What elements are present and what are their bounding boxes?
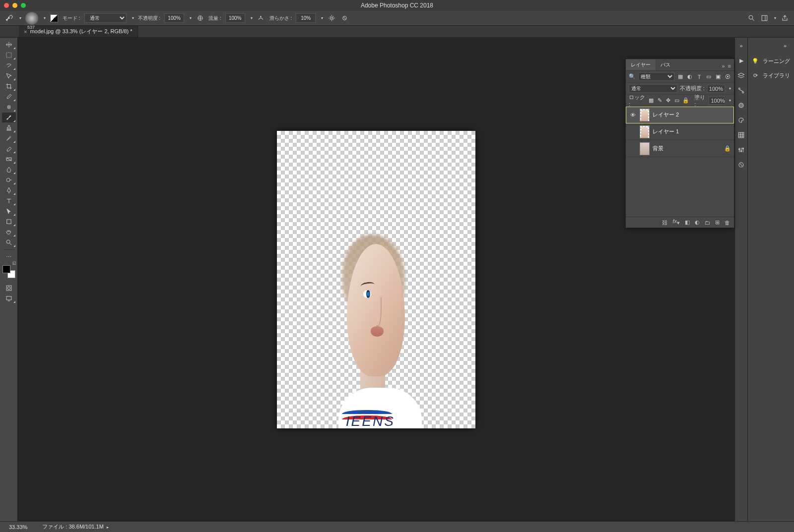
tab-layers[interactable]: レイヤー	[626, 59, 656, 70]
foreground-color-swatch[interactable]	[2, 265, 10, 273]
new-layer-icon[interactable]: ⊞	[715, 219, 720, 226]
tab-paths[interactable]: パス	[656, 59, 675, 70]
brush-picker-caret-icon[interactable]: ▾	[44, 16, 46, 20]
search-icon[interactable]	[747, 14, 756, 23]
paths-dock-icon[interactable]	[736, 85, 746, 95]
stamp-tool[interactable]	[2, 123, 16, 133]
minimize-window-icon[interactable]	[12, 3, 17, 8]
brush-panel-icon[interactable]	[50, 14, 59, 23]
actions-icon[interactable]: ▶	[736, 56, 746, 65]
zoom-tool[interactable]	[2, 237, 16, 247]
zoom-window-icon[interactable]	[21, 3, 26, 8]
layer-thumbnail[interactable]	[640, 125, 650, 138]
lock-all-icon[interactable]: 🔒	[682, 97, 689, 104]
brush-tool[interactable]	[2, 113, 16, 122]
screen-mode-icon[interactable]	[2, 294, 16, 303]
history-brush-tool[interactable]	[2, 133, 16, 143]
mode-caret-icon[interactable]: ▾	[132, 16, 134, 20]
fx-icon[interactable]: fx▾	[672, 218, 680, 226]
workspace-caret-icon[interactable]: ▾	[774, 16, 776, 20]
workspace-icon[interactable]	[760, 14, 769, 23]
close-window-icon[interactable]	[4, 3, 9, 8]
eyedropper-tool[interactable]	[2, 92, 16, 102]
smoothing-value[interactable]: 10%	[296, 13, 316, 23]
adjust-dock-icon[interactable]	[736, 145, 746, 155]
layer-blend-select[interactable]: 通常	[629, 84, 677, 93]
close-tab-icon[interactable]: ×	[24, 29, 27, 35]
path-select-tool[interactable]	[2, 206, 16, 216]
default-colors-icon[interactable]: ◱	[12, 261, 16, 265]
layer-opacity-value[interactable]: 100%	[707, 85, 725, 93]
brush-preview[interactable]: 537	[25, 12, 38, 25]
healing-tool[interactable]	[2, 102, 16, 112]
group-icon[interactable]: 🗀	[705, 220, 710, 226]
layer-thumbnail[interactable]	[640, 142, 650, 155]
zoom-readout[interactable]: 33.33%	[5, 524, 31, 530]
lock-pixels-icon[interactable]: ✎	[657, 97, 662, 104]
panel-menu-icon[interactable]: »≡	[719, 61, 734, 70]
fill-value[interactable]: 100%	[709, 97, 725, 105]
airbrush-icon[interactable]	[257, 14, 265, 23]
document-canvas[interactable]: IEENS	[277, 131, 475, 428]
expand-dock-icon[interactable]: »	[780, 41, 790, 51]
pressure-opacity-icon[interactable]	[196, 14, 204, 23]
layer-row[interactable]: レイヤー 1	[626, 123, 734, 140]
layer-name[interactable]: 背景	[653, 145, 721, 152]
adjustment-layer-icon[interactable]: ◐	[695, 219, 700, 226]
marquee-tool[interactable]	[2, 50, 16, 60]
layers-dock-icon[interactable]	[736, 70, 746, 80]
link-layers-icon[interactable]: ⛓	[662, 220, 667, 226]
blend-mode-select[interactable]: 通常	[84, 13, 127, 23]
pressure-size-icon[interactable]	[340, 14, 349, 23]
smoothing-options-icon[interactable]	[327, 14, 336, 23]
type-tool[interactable]	[2, 196, 16, 206]
mask-icon[interactable]: ◧	[685, 219, 690, 226]
pen-tool[interactable]	[2, 185, 16, 195]
color-dock-icon[interactable]	[736, 100, 746, 110]
lasso-tool[interactable]	[2, 60, 16, 70]
shape-tool[interactable]	[2, 217, 16, 227]
fill-caret-icon[interactable]: ▾	[729, 98, 731, 103]
smoothing-caret-icon[interactable]: ▾	[321, 16, 323, 20]
edit-toolbar-icon[interactable]: ⋯	[2, 252, 16, 262]
swatches-dock-icon[interactable]	[736, 115, 746, 125]
opacity-caret-icon[interactable]: ▾	[729, 86, 731, 91]
libraries-panel-button[interactable]: ⟳ ライブラリ	[750, 72, 792, 79]
color-swatches[interactable]: ◱	[2, 265, 15, 278]
hand-tool[interactable]	[2, 227, 16, 237]
crop-tool[interactable]	[2, 81, 16, 91]
filter-adjust-icon[interactable]: ◐	[686, 73, 693, 80]
layer-name[interactable]: レイヤー 1	[653, 128, 731, 135]
styles-dock-icon[interactable]	[736, 160, 746, 170]
opacity-caret-icon[interactable]: ▾	[190, 16, 192, 20]
share-icon[interactable]	[780, 14, 789, 23]
flow-caret-icon[interactable]: ▾	[251, 16, 253, 20]
quick-select-tool[interactable]	[2, 71, 16, 81]
flow-value[interactable]: 100%	[225, 13, 245, 23]
grid-dock-icon[interactable]	[736, 130, 746, 140]
layer-name[interactable]: レイヤー 2	[653, 111, 731, 118]
learning-panel-button[interactable]: 💡 ラーニング	[750, 58, 792, 65]
layer-row[interactable]: 背景 🔒	[626, 140, 734, 157]
layer-kind-select[interactable]: 種類	[638, 72, 674, 81]
filter-smart-icon[interactable]: ▣	[715, 73, 722, 80]
delete-layer-icon[interactable]: 🗑	[725, 220, 730, 226]
tool-icon[interactable]	[5, 14, 14, 23]
lock-position-icon[interactable]: ✥	[665, 97, 671, 104]
collapse-dock-icon[interactable]: »	[736, 41, 746, 51]
layer-thumbnail[interactable]	[640, 109, 650, 121]
eraser-tool[interactable]	[2, 144, 16, 154]
filter-toggle-icon[interactable]: ⦿	[724, 73, 731, 80]
document-tab[interactable]: × model.jpg @ 33.3% (レイヤー 2, RGB/8) *	[19, 25, 138, 37]
tool-preset-caret-icon[interactable]: ▾	[19, 16, 21, 20]
opacity-value[interactable]: 100%	[164, 13, 184, 23]
gradient-tool[interactable]	[2, 154, 16, 164]
filter-type-icon[interactable]: T	[696, 73, 703, 80]
move-tool[interactable]	[2, 40, 16, 50]
dodge-tool[interactable]	[2, 175, 16, 185]
lock-artboard-icon[interactable]: ▭	[674, 97, 680, 104]
lock-trans-icon[interactable]: ▩	[648, 97, 654, 104]
layer-row[interactable]: 👁 レイヤー 2	[626, 107, 734, 123]
visibility-icon[interactable]: 👁	[629, 112, 637, 118]
file-info-readout[interactable]: ファイル : 38.6M/101.1M ▸	[38, 523, 113, 531]
